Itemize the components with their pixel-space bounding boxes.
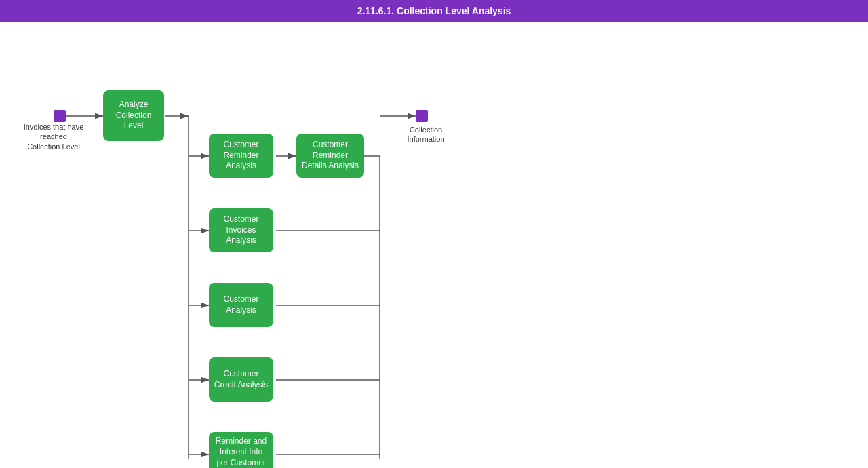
customer-reminder-analysis-box[interactable]: Customer Reminder Analysis xyxy=(209,134,273,178)
customer-credit-analysis-box[interactable]: Customer Credit Analysis xyxy=(209,357,273,402)
title-bar: 2.11.6.1. Collection Level Analysis xyxy=(0,0,868,22)
reminder-info-box[interactable]: Reminder and Interest Info per Customer … xyxy=(209,432,273,468)
customer-invoices-analysis-box[interactable]: Customer Invoices Analysis xyxy=(209,208,273,252)
customer-analysis-box[interactable]: Customer Analysis xyxy=(209,283,273,327)
canvas: Invoices that have reached Collection Le… xyxy=(0,22,868,468)
collection-info-node xyxy=(416,110,428,122)
collection-info-label: Collection Information xyxy=(399,125,453,144)
start-node xyxy=(54,110,66,122)
connectors-svg xyxy=(0,22,868,468)
title-text: 2.11.6.1. Collection Level Analysis xyxy=(357,5,511,16)
start-node-label: Invoices that have reached Collection Le… xyxy=(23,122,84,151)
customer-reminder-details-box[interactable]: Customer Reminder Details Analysis xyxy=(296,134,364,178)
analyze-collection-box[interactable]: Analyze Collection Level xyxy=(103,90,164,141)
